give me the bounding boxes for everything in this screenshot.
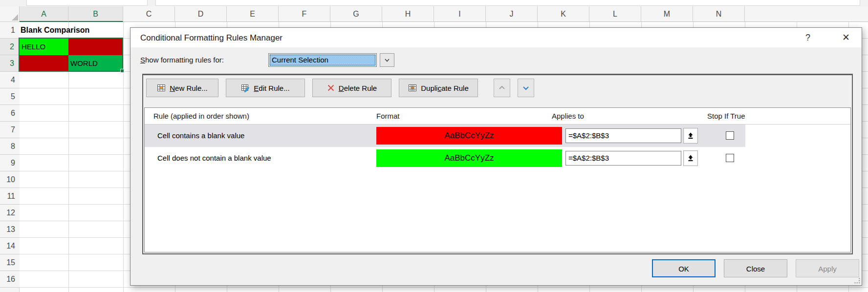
column-header-j[interactable]: J xyxy=(486,6,538,22)
ok-button[interactable]: OK xyxy=(652,259,716,277)
row-header-2[interactable]: 2 xyxy=(0,39,20,55)
rules-list: Rule (applied in order shown) Format App… xyxy=(144,107,851,252)
range-picker-button[interactable] xyxy=(683,150,698,166)
formula-bar-strip xyxy=(0,0,868,6)
dialog-title: Conditional Formatting Rules Manager xyxy=(140,28,282,47)
row-header-9[interactable]: 9 xyxy=(0,155,20,171)
collapse-dialog-icon xyxy=(685,129,696,142)
fill-handle[interactable] xyxy=(120,69,124,73)
rules-group: New Rule... Edit Rule... Delete Rule Dup… xyxy=(142,74,853,254)
column-header-c[interactable]: C xyxy=(123,6,175,22)
edit-table-icon xyxy=(241,83,250,92)
column-header-h[interactable]: H xyxy=(382,6,434,22)
list-header-rule: Rule (applied in order shown) xyxy=(153,108,249,124)
edit-rule-button[interactable]: Edit Rule... xyxy=(226,79,305,97)
range-picker-button[interactable] xyxy=(683,128,698,144)
select-all-triangle xyxy=(12,14,18,21)
delete-rule-button[interactable]: Delete Rule xyxy=(312,79,391,97)
format-preview: AaBbCcYyZz xyxy=(376,149,562,167)
delete-x-icon xyxy=(327,84,335,92)
row-header-13[interactable]: 13 xyxy=(0,221,20,238)
resize-grip[interactable] xyxy=(854,277,861,284)
duplicate-rule-label: Duplicate Rule xyxy=(421,84,469,92)
move-rule-down-button[interactable] xyxy=(518,79,534,97)
cell-b3[interactable]: WORLD xyxy=(68,55,123,72)
cell-a3[interactable] xyxy=(20,55,68,72)
column-header-n[interactable]: N xyxy=(693,6,745,22)
row-header-1[interactable]: 1 xyxy=(0,22,20,39)
list-header-stop-if-true: Stop If True xyxy=(707,108,745,124)
chevron-up-icon xyxy=(498,83,506,92)
dropdown-selected-value: Current Selection xyxy=(269,54,376,66)
row-header-7[interactable]: 7 xyxy=(0,122,20,138)
column-header-k[interactable]: K xyxy=(538,6,589,22)
delete-rule-label: Delete Rule xyxy=(339,84,377,92)
dialog-titlebar[interactable]: Conditional Formatting Rules Manager ? ✕ xyxy=(130,28,862,47)
show-rules-label: Show formatting rules for: xyxy=(140,53,224,67)
dropdown-chevron-button[interactable] xyxy=(380,53,394,67)
rule-name: Cell does not contain a blank value xyxy=(157,147,271,169)
column-header-e[interactable]: E xyxy=(227,6,279,22)
duplicate-table-icon xyxy=(408,83,417,92)
formula-bar-edge xyxy=(155,0,860,6)
excel-window: A B C D E F G H I J K L M N 1 2 3 4 5 6 … xyxy=(0,0,868,292)
new-rule-label: New Rule... xyxy=(170,84,208,92)
rule-row-1[interactable]: Cell contains a blank value AaBbCcYyZz =… xyxy=(145,125,850,147)
row-header-16[interactable]: 16 xyxy=(0,271,20,288)
rule-row-2[interactable]: Cell does not contain a blank value AaBb… xyxy=(145,147,850,169)
list-header-format: Format xyxy=(376,108,400,124)
stop-if-true-checkbox[interactable] xyxy=(726,131,734,140)
column-header-filler xyxy=(745,6,868,22)
column-header-i[interactable]: I xyxy=(434,6,486,22)
help-icon[interactable]: ? xyxy=(799,28,817,47)
table-icon xyxy=(157,83,166,92)
close-icon[interactable]: ✕ xyxy=(837,28,855,47)
row-header-6[interactable]: 6 xyxy=(0,105,20,122)
stop-if-true-checkbox[interactable] xyxy=(726,154,734,162)
duplicate-rule-button[interactable]: Duplicate Rule xyxy=(399,79,478,97)
column-header-a[interactable]: A xyxy=(20,6,68,22)
new-rule-button[interactable]: New Rule... xyxy=(146,79,218,97)
move-rule-up-button[interactable] xyxy=(494,79,510,97)
applies-to-input[interactable]: =$A$2:$B$3 xyxy=(565,151,681,166)
rules-toolbar: New Rule... Edit Rule... Delete Rule Dup… xyxy=(146,78,534,98)
column-header-d[interactable]: D xyxy=(175,6,227,22)
row-header-5[interactable]: 5 xyxy=(0,88,20,105)
collapse-dialog-icon xyxy=(685,152,696,165)
row-header-11[interactable]: 11 xyxy=(0,188,20,205)
row-header-8[interactable]: 8 xyxy=(0,138,20,155)
edit-rule-label: Edit Rule... xyxy=(254,84,289,92)
cell-a1[interactable]: Blank Comparison xyxy=(21,22,138,39)
column-header-f[interactable]: F xyxy=(279,6,330,22)
format-preview: AaBbCcYyZz xyxy=(376,127,562,145)
row-header-12[interactable]: 12 xyxy=(0,205,20,221)
row-header-4[interactable]: 4 xyxy=(0,72,20,88)
column-header-l[interactable]: L xyxy=(589,6,641,22)
column-header-m[interactable]: M xyxy=(641,6,693,22)
row-header-14[interactable]: 14 xyxy=(0,238,20,254)
conditional-formatting-rules-manager-dialog: Conditional Formatting Rules Manager ? ✕… xyxy=(130,27,862,286)
cell-a2[interactable]: HELLO xyxy=(20,39,68,55)
apply-button[interactable]: Apply xyxy=(796,259,859,277)
row-header-15[interactable]: 15 xyxy=(0,254,20,271)
select-all-corner[interactable] xyxy=(0,6,20,22)
chevron-down-icon xyxy=(521,83,530,92)
column-header-b[interactable]: B xyxy=(68,6,123,22)
rule-name: Cell contains a blank value xyxy=(157,125,244,147)
row-header-10[interactable]: 10 xyxy=(0,171,20,188)
column-header-g[interactable]: G xyxy=(330,6,382,22)
row-header-3[interactable]: 3 xyxy=(0,55,20,72)
name-box-edge xyxy=(26,0,148,6)
list-header-applies-to: Applies to xyxy=(552,108,584,124)
show-rules-dropdown[interactable]: Current Selection xyxy=(268,53,377,67)
close-button[interactable]: Close xyxy=(724,259,787,277)
chevron-down-icon xyxy=(383,56,391,64)
applies-to-input[interactable]: =$A$2:$B$3 xyxy=(565,128,681,143)
cell-b2[interactable] xyxy=(68,39,123,55)
